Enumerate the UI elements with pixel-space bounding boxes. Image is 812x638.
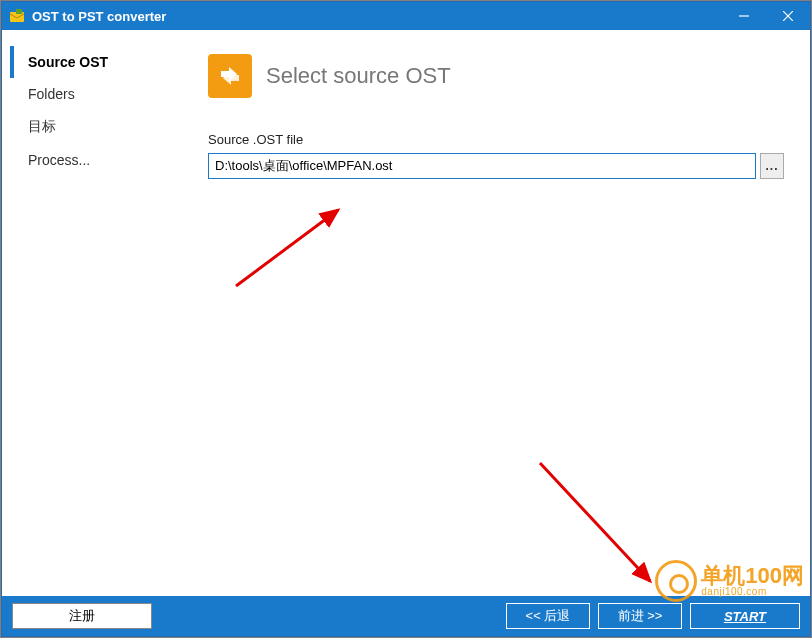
source-file-row: ... xyxy=(208,153,784,179)
source-file-label: Source .OST file xyxy=(208,132,784,147)
browse-button[interactable]: ... xyxy=(760,153,784,179)
sidebar-item-label: Folders xyxy=(28,86,75,102)
back-label: << 后退 xyxy=(526,607,571,625)
exchange-icon xyxy=(208,54,252,98)
register-button[interactable]: 注册 xyxy=(12,603,152,629)
footer: 注册 << 后退 前进 >> START xyxy=(2,596,810,636)
next-button[interactable]: 前进 >> xyxy=(598,603,682,629)
start-button[interactable]: START xyxy=(690,603,800,629)
annotation-arrow-input xyxy=(228,198,368,301)
watermark-en: danji100.com xyxy=(701,587,804,597)
page-header: Select source OST xyxy=(208,54,784,98)
sidebar-item-label: 目标 xyxy=(28,118,56,134)
body: Source OST Folders 目标 Process... Select … xyxy=(2,30,810,596)
minimize-button[interactable] xyxy=(722,2,766,30)
browse-label: ... xyxy=(765,159,778,173)
close-button[interactable] xyxy=(766,2,810,30)
sidebar-item-label: Source OST xyxy=(28,54,108,70)
watermark-text: 单机100网 danji100.com xyxy=(701,565,804,597)
sidebar-item-label: Process... xyxy=(28,152,90,168)
source-file-input[interactable] xyxy=(208,153,756,179)
titlebar: OST to PST converter xyxy=(2,2,810,30)
start-label: START xyxy=(724,609,766,624)
main-panel: Select source OST Source .OST file ... xyxy=(198,38,802,596)
sidebar-item-source-ost[interactable]: Source OST xyxy=(10,46,190,78)
svg-rect-1 xyxy=(16,9,22,14)
svg-line-5 xyxy=(236,210,338,286)
sidebar-item-process[interactable]: Process... xyxy=(10,144,190,176)
page-title: Select source OST xyxy=(266,63,451,89)
next-label: 前进 >> xyxy=(618,607,663,625)
sidebar-item-target[interactable]: 目标 xyxy=(10,110,190,144)
watermark-logo-icon xyxy=(655,560,697,602)
back-button[interactable]: << 后退 xyxy=(506,603,590,629)
watermark: 单机100网 danji100.com xyxy=(655,560,804,602)
app-window: OST to PST converter Source OST Folders … xyxy=(1,1,811,637)
sidebar: Source OST Folders 目标 Process... xyxy=(10,38,190,596)
watermark-cn: 单机100网 xyxy=(701,565,804,587)
app-icon xyxy=(8,7,26,25)
register-label: 注册 xyxy=(69,607,95,625)
app-title: OST to PST converter xyxy=(32,9,722,24)
sidebar-item-folders[interactable]: Folders xyxy=(10,78,190,110)
